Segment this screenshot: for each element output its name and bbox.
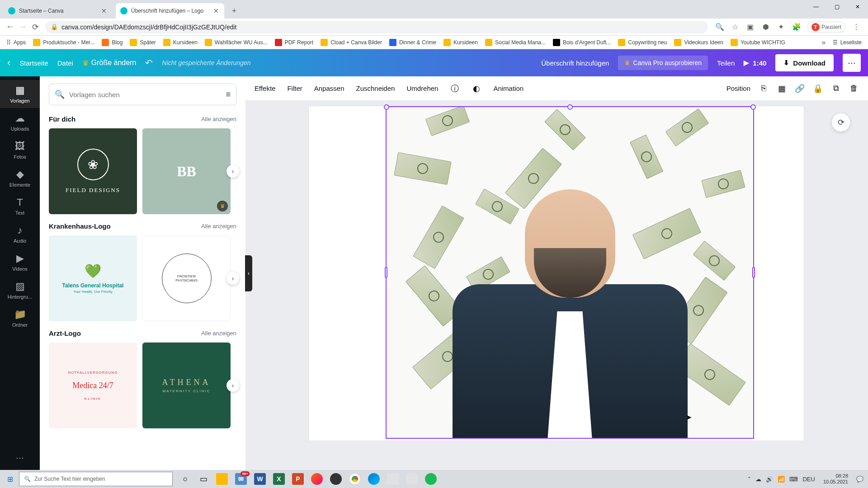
- taskbar-search[interactable]: 🔍Zur Suche Text hier eingeben: [19, 472, 173, 486]
- template-card[interactable]: FRONTIER PHYSICIANS: [142, 235, 231, 321]
- nav-text[interactable]: TText: [0, 192, 40, 220]
- file-menu[interactable]: Datei: [57, 59, 73, 67]
- maximize-button[interactable]: ▢: [826, 0, 847, 14]
- nav-photos[interactable]: 🖼Fotos: [0, 136, 40, 164]
- back-button[interactable]: ←: [4, 21, 16, 33]
- bookmark-item[interactable]: Blog: [99, 37, 125, 48]
- animation-button[interactable]: Animation: [493, 84, 524, 92]
- bookmark-item[interactable]: Youtube WICHTIG: [728, 37, 788, 48]
- taskbar-app[interactable]: [307, 470, 326, 488]
- extension-icon[interactable]: ⬢: [761, 23, 770, 32]
- taskbar-app[interactable]: [383, 470, 402, 488]
- lock-icon[interactable]: 🔒: [813, 84, 823, 94]
- bookmark-item[interactable]: Kursideen: [441, 37, 481, 48]
- close-tab-icon[interactable]: ✕: [100, 7, 108, 14]
- bookmark-item[interactable]: Bois d'Argent Duft...: [550, 37, 613, 48]
- url-input[interactable]: 🔒 canva.com/design/DAEdomzscjI/drBfjHdCo…: [45, 21, 708, 33]
- bookmark-item[interactable]: PDF Report: [272, 37, 316, 48]
- nav-audio[interactable]: ♪Audio: [0, 220, 40, 248]
- download-button[interactable]: ⬇Download: [775, 54, 834, 71]
- system-tray[interactable]: ˄ ☁ 🔊 📶 ⌨ DEU 08:28 10.05.2021 💬: [744, 473, 867, 485]
- language-indicator[interactable]: DEU: [802, 476, 815, 483]
- extension-icon[interactable]: ✦: [777, 23, 786, 32]
- taskbar-app[interactable]: [421, 470, 440, 488]
- template-card[interactable]: NOTFALLVERSORGUNG Medica 24/7 KLINIK: [49, 343, 137, 428]
- bookmark-item[interactable]: Später: [127, 37, 158, 48]
- search-box[interactable]: 🔍 ≡: [49, 84, 236, 105]
- flip-button[interactable]: Umdrehen: [406, 84, 438, 92]
- onedrive-icon[interactable]: ☁: [755, 476, 761, 483]
- clock[interactable]: 08:28 10.05.2021: [820, 473, 852, 485]
- filter-button[interactable]: Filter: [287, 84, 302, 92]
- taskbar-app[interactable]: P: [288, 470, 307, 488]
- close-tab-icon[interactable]: ✕: [212, 7, 220, 14]
- nav-templates[interactable]: ▦Vorlagen: [0, 80, 40, 108]
- browser-tab[interactable]: Startseite – Canva ✕: [4, 3, 112, 19]
- crop-button[interactable]: Zuschneiden: [356, 84, 395, 92]
- volume-icon[interactable]: 🔊: [766, 476, 773, 483]
- position-button[interactable]: Position: [726, 84, 750, 92]
- template-card[interactable]: ATHENA MATERNITY CLINIC: [142, 343, 231, 428]
- start-button[interactable]: ⊞: [1, 470, 19, 488]
- next-arrow-icon[interactable]: ›: [226, 379, 239, 392]
- zoom-icon[interactable]: 🔍: [715, 23, 724, 32]
- copy-style-icon[interactable]: ⎘: [759, 84, 769, 94]
- taskbar-app[interactable]: [326, 470, 345, 488]
- refresh-canvas-icon[interactable]: ⟳: [832, 113, 850, 131]
- nav-videos[interactable]: ▶Videos: [0, 248, 40, 276]
- tray-chevron-icon[interactable]: ˄: [748, 476, 751, 483]
- extensions-puzzle-icon[interactable]: 🧩: [792, 23, 801, 32]
- forward-button[interactable]: →: [16, 21, 29, 33]
- taskbar-app[interactable]: [402, 470, 421, 488]
- nav-folders[interactable]: 📁Ordner: [0, 304, 40, 332]
- effects-button[interactable]: Effekte: [255, 84, 275, 92]
- nav-elements[interactable]: ◆Elemente: [0, 164, 40, 192]
- close-window-button[interactable]: ✕: [847, 0, 868, 14]
- taskbar-app[interactable]: [345, 470, 364, 488]
- home-link[interactable]: Startseite: [19, 59, 48, 67]
- bookmark-star-icon[interactable]: ☆: [731, 23, 740, 32]
- template-card[interactable]: BB ♛: [142, 128, 231, 214]
- reading-list-button[interactable]: ☰Leseliste: [830, 38, 864, 47]
- show-all-link[interactable]: Alle anzeigen: [201, 223, 236, 230]
- keyboard-icon[interactable]: ⌨: [789, 476, 798, 483]
- try-pro-button[interactable]: ♛Canva Pro ausprobieren: [618, 56, 708, 70]
- back-arrow-icon[interactable]: ‹: [7, 57, 10, 69]
- extension-icon[interactable]: ▣: [746, 23, 755, 32]
- browser-tab-active[interactable]: Überschrift hinzufügen – Logo ✕: [116, 3, 224, 19]
- transparency-icon[interactable]: ▦: [777, 84, 787, 94]
- bookmark-item[interactable]: Social Media Mana...: [482, 37, 548, 48]
- show-all-link[interactable]: Alle anzeigen: [201, 116, 236, 122]
- cortana-icon[interactable]: ○: [176, 470, 194, 488]
- search-input[interactable]: [69, 91, 226, 99]
- next-arrow-icon[interactable]: ›: [226, 272, 239, 285]
- taskbar-app[interactable]: [364, 470, 383, 488]
- info-icon[interactable]: ⓘ: [450, 84, 460, 94]
- bookmark-item[interactable]: Videokurs Ideen: [671, 37, 726, 48]
- present-button[interactable]: ▶1:40: [744, 59, 766, 67]
- reload-button[interactable]: ⟳: [29, 21, 42, 33]
- taskbar-app[interactable]: W: [250, 470, 269, 488]
- undo-icon[interactable]: ↶: [145, 57, 153, 68]
- canvas-viewport[interactable]: ⟳: [245, 101, 868, 470]
- bookmark-item[interactable]: Produktsuche - Mer...: [30, 37, 97, 48]
- minimize-button[interactable]: —: [806, 0, 826, 14]
- filter-icon[interactable]: ≡: [226, 90, 231, 99]
- adjust-button[interactable]: Anpassen: [314, 84, 344, 92]
- more-menu-button[interactable]: ⋯: [843, 54, 861, 72]
- taskbar-app[interactable]: X: [269, 470, 288, 488]
- duplicate-icon[interactable]: ⧉: [831, 84, 841, 94]
- document-title[interactable]: Überschrift hinzufügen: [541, 59, 609, 67]
- nav-more-icon[interactable]: ⋯: [16, 446, 24, 470]
- bookmark-item[interactable]: Dinner & Crime: [387, 37, 439, 48]
- bookmark-item[interactable]: Kursideen: [160, 37, 200, 48]
- trash-icon[interactable]: 🗑: [849, 84, 859, 94]
- template-card[interactable]: ❀ FIELD DESIGNS: [49, 128, 137, 214]
- taskbar-app[interactable]: ✉99+: [231, 470, 250, 488]
- notifications-icon[interactable]: 💬: [856, 476, 863, 483]
- bookmark-item[interactable]: Cload + Canva Bilder: [318, 37, 385, 48]
- profile-paused-badge[interactable]: T Pausiert: [807, 22, 845, 33]
- share-button[interactable]: Teilen: [717, 59, 735, 67]
- new-tab-button[interactable]: +: [228, 5, 241, 17]
- link-icon[interactable]: 🔗: [795, 84, 805, 94]
